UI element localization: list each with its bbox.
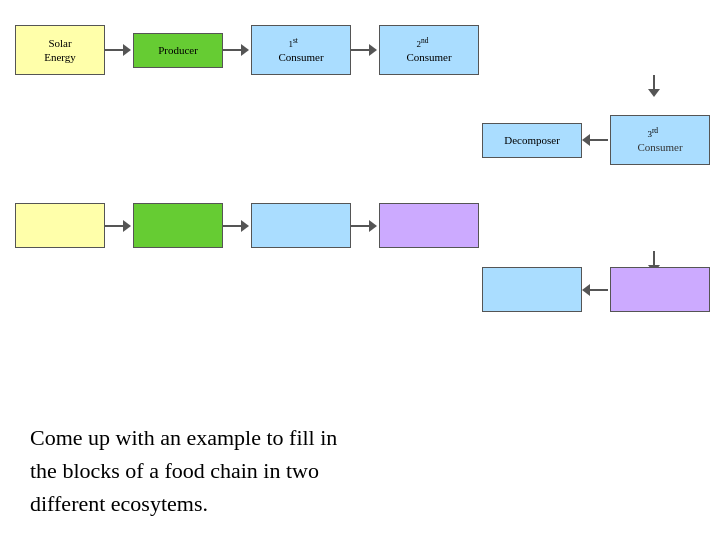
consumer2-label: Consumer — [406, 50, 451, 64]
instruction-line2: the blocks of a food chain in two — [30, 454, 690, 487]
blank-box-2 — [133, 203, 223, 248]
producer-box: Producer — [133, 33, 223, 68]
row1: Solar Energy Producer 1st Consumer 2nd C… — [15, 25, 479, 75]
decomposer-box: Decomposer — [482, 123, 582, 158]
blank-box-4 — [379, 203, 479, 248]
row3 — [15, 203, 479, 248]
consumer3-box: 3rd Consumer — [610, 115, 710, 165]
instruction-line1: Come up with an example to fill in — [30, 421, 690, 454]
blank-box-3 — [251, 203, 351, 248]
arrow-producer-consumer1 — [223, 42, 251, 58]
consumer2-sup: 2nd — [416, 36, 428, 51]
arrow-blank-3-4 — [351, 218, 379, 234]
instruction-line3: different ecosytems. — [30, 487, 690, 520]
instructions: Come up with an example to fill in the b… — [30, 421, 690, 520]
consumer3-sup: 3rd — [647, 126, 658, 141]
decomposer-label: Decomposer — [504, 133, 560, 147]
arrow-blank-5-6 — [582, 282, 610, 298]
row2: Decomposer 3rd Consumer — [482, 115, 710, 165]
row4 — [482, 267, 710, 312]
arrow-consumer1-consumer2 — [351, 42, 379, 58]
consumer2-box: 2nd Consumer — [379, 25, 479, 75]
blank-box-5 — [482, 267, 582, 312]
consumer1-sup: 1st — [288, 36, 298, 51]
arrow-consumer3-decomposer — [582, 132, 610, 148]
solar-energy-label: Solar Energy — [44, 36, 76, 65]
arrow-blank-2-3 — [223, 218, 251, 234]
solar-energy-box: Solar Energy — [15, 25, 105, 75]
arrow-blank-1-2 — [105, 218, 133, 234]
down-arrow-consumer2 — [646, 75, 662, 99]
consumer1-box: 1st Consumer — [251, 25, 351, 75]
consumer1-label: Consumer — [278, 50, 323, 64]
blank-box-6 — [610, 267, 710, 312]
blank-box-1 — [15, 203, 105, 248]
producer-label: Producer — [158, 43, 198, 57]
consumer3-label: Consumer — [637, 140, 682, 154]
arrow-solar-producer — [105, 42, 133, 58]
